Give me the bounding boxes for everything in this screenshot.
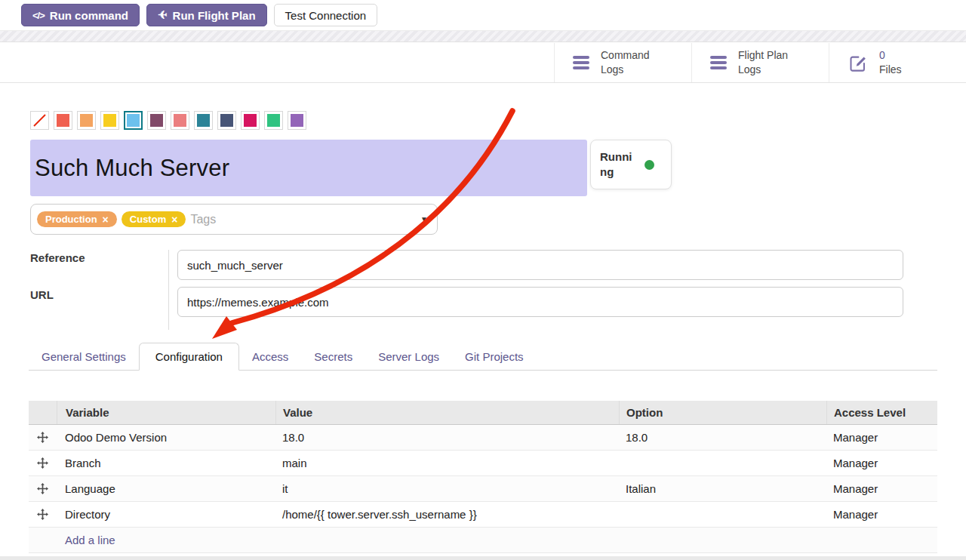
run-command-button[interactable]: </> Run command [21, 4, 140, 26]
tags-field[interactable]: Production × Custom × Tags ▼ [30, 204, 438, 235]
drag-handle-icon[interactable] [37, 483, 48, 494]
add-a-line-link[interactable]: Add a line [65, 534, 115, 546]
command-logs-label: Command Logs [601, 48, 650, 77]
chevron-down-icon[interactable]: ▼ [420, 215, 428, 223]
color-swatch-purple[interactable] [288, 111, 306, 130]
cell-option[interactable]: 18.0 [619, 431, 826, 444]
color-palette [30, 111, 306, 130]
color-swatch-dark-blue[interactable] [217, 111, 236, 130]
cell-variable[interactable]: Directory [57, 508, 275, 521]
column-header-option: Option [619, 401, 826, 424]
remove-tag-icon[interactable]: × [171, 214, 177, 225]
tab-secrets[interactable]: Secrets [301, 343, 365, 370]
cell-access-level[interactable]: Manager [826, 431, 937, 444]
cell-value[interactable]: main [275, 457, 619, 469]
color-swatch-light-blue-selected[interactable] [124, 111, 143, 130]
paper-plane-icon: ✈ [158, 8, 168, 22]
add-line-row: Add a line [29, 528, 937, 553]
tab-server-logs[interactable]: Server Logs [365, 343, 452, 370]
field-divider [168, 250, 169, 330]
cell-value[interactable]: 18.0 [275, 431, 619, 444]
test-connection-button[interactable]: Test Connection [274, 4, 378, 26]
color-swatch-dark-purple[interactable] [147, 111, 166, 130]
tab-git-projects[interactable]: Git Projects [452, 343, 537, 370]
cell-value[interactable]: /home/{{ tower.server.ssh_username }} [275, 508, 619, 521]
tag-production[interactable]: Production × [37, 211, 117, 227]
separator-band [0, 30, 966, 42]
reference-input[interactable] [177, 250, 903, 280]
tags-placeholder: Tags [190, 213, 416, 226]
cell-variable[interactable]: Language [57, 482, 275, 495]
color-swatch-orange[interactable] [77, 111, 96, 130]
run-flight-plan-button[interactable]: ✈ Run Flight Plan [146, 4, 267, 26]
cell-option[interactable]: Italian [619, 482, 826, 495]
color-swatch-green[interactable] [264, 111, 283, 130]
files-button[interactable]: 0 Files [829, 43, 966, 82]
run-flight-plan-label: Run Flight Plan [173, 9, 256, 22]
files-label: 0 Files [879, 48, 902, 77]
status-dot-green [645, 160, 654, 170]
remove-tag-icon[interactable]: × [103, 214, 109, 225]
command-logs-button[interactable]: Command Logs [554, 43, 691, 82]
header-stat-row: Command Logs Flight Plan Logs 0 Files [0, 43, 966, 83]
variables-table: Variable Value Option Access Level Odoo … [29, 401, 937, 553]
column-header-variable: Variable [57, 401, 275, 424]
cell-value[interactable]: it [275, 482, 619, 495]
table-row[interactable]: Language it Italian Manager [29, 476, 937, 502]
color-swatch-no-color[interactable] [30, 111, 49, 130]
tab-access[interactable]: Access [239, 343, 301, 370]
notebook-tabs: General Settings Configuration Access Se… [29, 341, 937, 371]
list-icon [573, 56, 589, 69]
color-swatch-yellow[interactable] [100, 111, 119, 130]
drag-handle-icon[interactable] [37, 432, 48, 443]
color-swatch-medium-blue[interactable] [194, 111, 213, 130]
reference-label: Reference [30, 251, 85, 264]
color-swatch-fuchsia[interactable] [241, 111, 260, 130]
run-command-label: Run command [50, 9, 128, 22]
table-header: Variable Value Option Access Level [29, 401, 937, 425]
tag-custom[interactable]: Custom × [122, 211, 186, 227]
column-header-value: Value [275, 401, 619, 424]
table-row[interactable]: Directory /home/{{ tower.server.ssh_user… [29, 502, 937, 528]
no-color-icon [33, 114, 46, 127]
flight-plan-logs-button[interactable]: Flight Plan Logs [691, 43, 829, 82]
table-row[interactable]: Branch main Manager [29, 451, 937, 476]
cell-access-level[interactable]: Manager [826, 482, 937, 495]
test-connection-label: Test Connection [285, 9, 367, 22]
drag-handle-icon[interactable] [37, 509, 48, 520]
cell-access-level[interactable]: Manager [826, 457, 937, 469]
record-title: Such Much Server [35, 155, 229, 182]
bottom-edge [0, 556, 966, 560]
url-label: URL [30, 288, 54, 301]
tab-configuration[interactable]: Configuration [139, 343, 239, 371]
color-swatch-salmon[interactable] [171, 111, 189, 130]
table-row[interactable]: Odoo Demo Version 18.0 18.0 Manager [29, 425, 937, 451]
column-header-access-level: Access Level [826, 401, 937, 424]
drag-handle-icon[interactable] [37, 457, 48, 469]
code-icon: </> [32, 10, 45, 21]
tab-general-settings[interactable]: General Settings [29, 343, 139, 370]
url-input[interactable] [177, 287, 903, 317]
list-icon [710, 56, 727, 69]
cell-variable[interactable]: Branch [57, 457, 275, 469]
cell-access-level[interactable]: Manager [826, 508, 937, 521]
flight-plan-logs-label: Flight Plan Logs [738, 48, 788, 77]
status-label: Running [600, 149, 638, 180]
status-card[interactable]: Running [590, 140, 672, 189]
files-count: 0 [879, 49, 885, 61]
cell-variable[interactable]: Odoo Demo Version [57, 431, 275, 444]
color-swatch-red[interactable] [54, 111, 72, 130]
action-toolbar: </> Run command ✈ Run Flight Plan Test C… [21, 4, 377, 26]
edit-icon [848, 53, 868, 73]
record-title-input[interactable]: Such Much Server [30, 140, 587, 196]
